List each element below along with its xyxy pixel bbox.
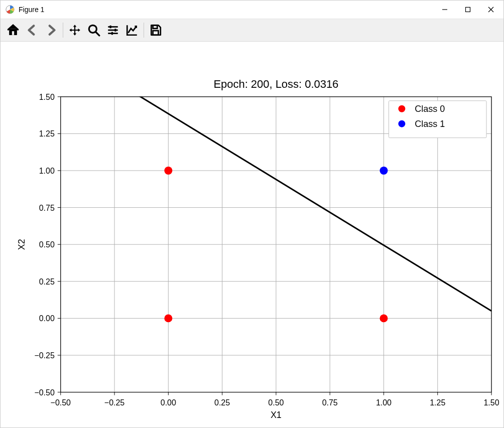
- figure-window: Figure 1: [0, 0, 504, 428]
- save-button[interactable]: [146, 21, 165, 40]
- window-title: Figure 1: [19, 6, 44, 14]
- move-icon: [68, 24, 81, 37]
- y-tick-label: 0.25: [39, 277, 55, 286]
- forward-button[interactable]: [42, 21, 61, 40]
- y-tick-label: 1.50: [39, 93, 55, 101]
- svg-rect-16: [153, 31, 159, 35]
- matplotlib-icon: [6, 5, 15, 14]
- toolbar-separator: [63, 23, 63, 38]
- arrow-left-icon: [26, 24, 39, 37]
- x-tick-label: 0.25: [214, 398, 230, 407]
- plot-canvas[interactable]: −0.50−0.250.000.250.500.751.001.251.50−0…: [1, 42, 503, 427]
- window-controls: [433, 2, 502, 18]
- y-tick-label: 0.50: [39, 240, 55, 249]
- subplots-button[interactable]: [103, 21, 122, 40]
- home-icon: [7, 24, 20, 37]
- save-icon: [149, 24, 162, 37]
- x-tick-label: −0.25: [104, 398, 124, 407]
- minimize-button[interactable]: [433, 2, 456, 18]
- x-tick-label: 0.75: [322, 398, 338, 407]
- home-button[interactable]: [4, 21, 23, 40]
- y-tick-label: −0.25: [34, 351, 54, 360]
- plot-svg: −0.50−0.250.000.250.500.751.001.251.50−0…: [1, 42, 503, 427]
- arrow-right-icon: [45, 24, 58, 37]
- pan-button[interactable]: [65, 21, 84, 40]
- chart-title: Epoch: 200, Loss: 0.0316: [213, 78, 338, 90]
- axes-button[interactable]: [122, 21, 142, 40]
- svg-rect-12: [114, 29, 116, 31]
- svg-rect-14: [111, 32, 113, 35]
- data-point: [380, 314, 388, 322]
- maximize-button[interactable]: [456, 2, 479, 18]
- titlebar-left: Figure 1: [6, 5, 44, 14]
- x-tick-label: 1.00: [376, 398, 392, 407]
- data-point: [164, 167, 172, 175]
- sliders-icon: [106, 24, 119, 37]
- x-tick-label: 1.25: [430, 398, 445, 407]
- legend-label: Class 1: [415, 119, 445, 129]
- back-button[interactable]: [23, 21, 42, 40]
- toolbar: [1, 19, 503, 42]
- y-tick-label: −0.50: [34, 388, 54, 397]
- zoom-button[interactable]: [84, 21, 103, 40]
- zoom-icon: [87, 24, 100, 37]
- x-axis-label: X1: [271, 410, 282, 420]
- x-tick-label: 0.00: [161, 398, 176, 407]
- legend-marker: [398, 105, 405, 112]
- y-tick-label: 0.75: [39, 204, 55, 212]
- x-tick-label: 0.50: [268, 398, 284, 407]
- svg-rect-6: [12, 31, 14, 35]
- legend-marker: [398, 120, 405, 127]
- titlebar: Figure 1: [1, 1, 503, 19]
- data-point: [380, 167, 388, 175]
- chart-line-icon: [125, 24, 139, 37]
- x-tick-label: −0.50: [51, 398, 71, 407]
- svg-rect-2: [466, 8, 470, 12]
- y-axis-label: X2: [17, 239, 27, 250]
- y-tick-label: 0.00: [39, 314, 55, 323]
- svg-line-8: [95, 32, 99, 36]
- y-tick-label: 1.00: [39, 167, 55, 175]
- close-button[interactable]: [479, 2, 502, 18]
- data-point: [164, 314, 172, 322]
- svg-rect-10: [110, 26, 111, 28]
- x-tick-label: 1.50: [483, 398, 499, 407]
- legend-label: Class 0: [415, 104, 445, 114]
- toolbar-separator: [144, 23, 144, 38]
- y-tick-label: 1.25: [39, 129, 55, 138]
- svg-rect-15: [153, 25, 158, 29]
